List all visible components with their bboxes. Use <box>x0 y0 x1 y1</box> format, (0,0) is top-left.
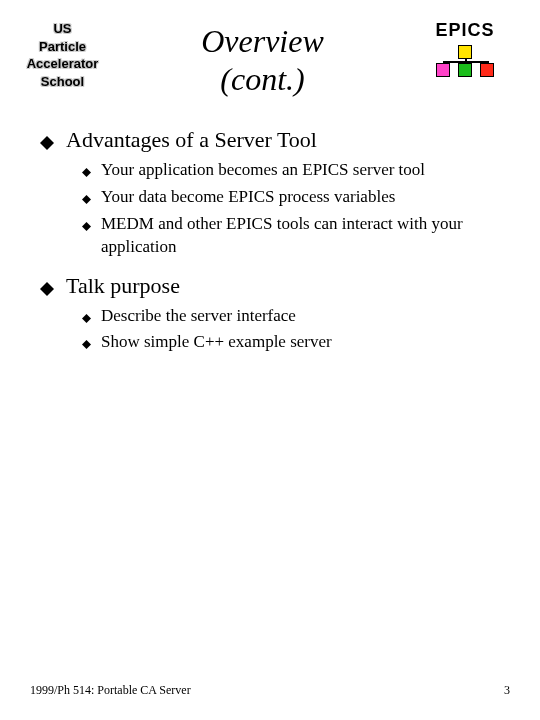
slide-content: Advantages of a Server Tool Your applica… <box>0 109 540 355</box>
epics-label: EPICS <box>420 20 510 41</box>
diamond-bullet-icon <box>40 136 54 150</box>
epics-logo: EPICS <box>420 20 510 79</box>
svg-marker-4 <box>40 282 54 296</box>
square-icon <box>458 45 472 59</box>
diamond-bullet-icon <box>82 168 91 177</box>
logo-line: School <box>20 73 105 91</box>
section-title: Advantages of a Server Tool <box>66 127 317 153</box>
slide-header: US Particle Accelerator School Overview … <box>0 0 540 109</box>
diamond-bullet-icon <box>82 195 91 204</box>
svg-marker-5 <box>82 314 91 323</box>
diamond-bullet-icon <box>82 340 91 349</box>
item-text: Your application becomes an EPICS server… <box>101 159 425 182</box>
sub-list: Describe the server interface Show simpl… <box>40 305 500 355</box>
list-item: Show simple C++ example server <box>82 331 500 354</box>
list-item: MEDM and other EPICS tools can interact … <box>82 213 500 259</box>
item-text: Describe the server interface <box>101 305 296 328</box>
slide-footer: 1999/Ph 514: Portable CA Server 3 <box>30 683 510 698</box>
section-heading: Talk purpose <box>40 273 500 299</box>
diamond-bullet-icon <box>40 282 54 296</box>
list-item: Your data become EPICS process variables <box>82 186 500 209</box>
svg-marker-6 <box>82 340 91 349</box>
item-text: Your data become EPICS process variables <box>101 186 395 209</box>
diamond-bullet-icon <box>82 314 91 323</box>
uspas-logo: US Particle Accelerator School <box>20 20 105 90</box>
slide-title: Overview (cont.) <box>105 20 420 99</box>
list-item: Describe the server interface <box>82 305 500 328</box>
footer-left: 1999/Ph 514: Portable CA Server <box>30 683 191 698</box>
square-icon <box>458 63 472 77</box>
section-title: Talk purpose <box>66 273 180 299</box>
section-heading: Advantages of a Server Tool <box>40 127 500 153</box>
page-number: 3 <box>504 683 510 698</box>
svg-marker-0 <box>40 136 54 150</box>
square-icon <box>480 63 494 77</box>
svg-marker-3 <box>82 222 91 231</box>
svg-marker-1 <box>82 168 91 177</box>
sub-list: Your application becomes an EPICS server… <box>40 159 500 259</box>
list-item: Your application becomes an EPICS server… <box>82 159 500 182</box>
title-line2: (cont.) <box>105 60 420 98</box>
logo-line: Particle <box>20 38 105 56</box>
item-text: MEDM and other EPICS tools can interact … <box>101 213 500 259</box>
logo-line: Accelerator <box>20 55 105 73</box>
section: Advantages of a Server Tool Your applica… <box>40 127 500 259</box>
section: Talk purpose Describe the server interfa… <box>40 273 500 355</box>
square-icon <box>436 63 450 77</box>
title-line1: Overview <box>105 22 420 60</box>
svg-marker-2 <box>82 195 91 204</box>
item-text: Show simple C++ example server <box>101 331 332 354</box>
epics-icon <box>430 45 500 79</box>
diamond-bullet-icon <box>82 222 91 231</box>
logo-line: US <box>20 20 105 38</box>
